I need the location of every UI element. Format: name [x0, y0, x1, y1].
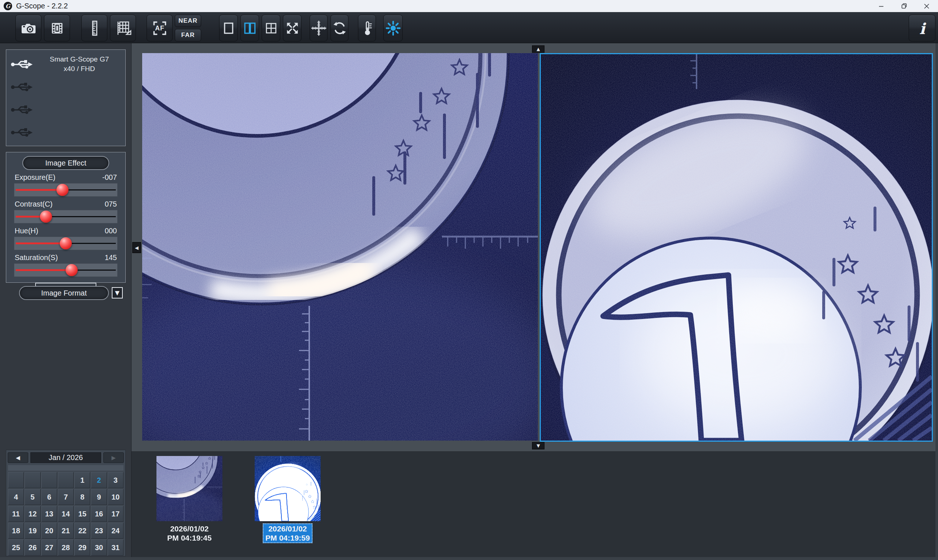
crosshair-button[interactable] — [310, 15, 328, 42]
image-format-dropdown-button[interactable]: ▼ — [112, 287, 123, 298]
calendar-day[interactable]: 22 — [74, 523, 90, 539]
calendar-day[interactable]: 14 — [58, 506, 74, 522]
calendar-day[interactable]: 23 — [91, 523, 106, 539]
device-item-empty[interactable] — [8, 98, 123, 121]
calendar-day[interactable]: 26 — [25, 540, 40, 555]
slider-group-hue: Hue(H) 000 — [14, 227, 118, 250]
calendar-day[interactable] — [8, 472, 24, 488]
calendar-day[interactable]: 31 — [108, 540, 123, 555]
image-effect-header[interactable]: Image Effect — [22, 156, 109, 170]
calendar-day[interactable]: 10 — [108, 489, 123, 505]
calendar-day[interactable]: 15 — [74, 506, 90, 522]
focus-far-button[interactable]: FAR — [175, 29, 201, 42]
calendar-day[interactable] — [42, 472, 57, 488]
live-view-pane-1[interactable] — [142, 53, 538, 441]
focus-near-button[interactable]: NEAR — [175, 15, 201, 27]
calendar-day[interactable]: 21 — [58, 523, 74, 539]
calendar-day[interactable]: 16 — [91, 506, 106, 522]
device-item-active[interactable]: Smart G-Scope G7 x40 / FHD — [8, 53, 123, 75]
slider-thumb[interactable] — [56, 184, 69, 196]
calendar-day[interactable]: 27 — [42, 540, 57, 555]
device-item-empty[interactable] — [8, 75, 123, 98]
main-toolbar: AF NEAR FAR — [0, 12, 938, 43]
hue-slider[interactable] — [14, 237, 118, 250]
autofocus-button[interactable]: AF — [146, 15, 173, 42]
calendar-day[interactable]: 20 — [42, 523, 57, 539]
calendar-day[interactable]: 3 — [108, 472, 123, 488]
rotate-icon — [331, 20, 348, 37]
collapse-down-button[interactable]: ▼ — [532, 442, 544, 449]
calibration-button[interactable] — [110, 15, 136, 42]
calendar-day[interactable]: 28 — [58, 540, 74, 555]
device-item-empty[interactable] — [8, 121, 123, 143]
dual-view-button[interactable] — [240, 15, 259, 42]
collapse-left-button[interactable]: ◀ — [132, 242, 141, 253]
fullscreen-button[interactable] — [283, 15, 302, 42]
calendar-day[interactable]: 9 — [91, 489, 106, 505]
contrast-slider[interactable] — [14, 210, 118, 223]
saturation-slider[interactable] — [14, 263, 118, 277]
slider-label: Contrast(C) — [15, 200, 52, 208]
image-format-button[interactable]: Image Format — [19, 286, 109, 300]
calendar-day[interactable]: 8 — [74, 489, 90, 505]
gallery-thumbnail[interactable] — [255, 456, 320, 521]
temperature-button[interactable] — [358, 15, 376, 42]
gallery-thumbnail[interactable] — [156, 456, 222, 521]
chevron-down-icon: ▼ — [115, 289, 119, 296]
calendar-day[interactable]: 17 — [108, 506, 123, 522]
usb-icon — [8, 80, 35, 94]
calendar-prev-button[interactable]: ◀ — [8, 452, 28, 463]
brightness-button[interactable] — [383, 15, 403, 42]
calendar-day[interactable]: 18 — [8, 523, 24, 539]
calendar-day[interactable]: 5 — [25, 489, 40, 505]
gallery-strip: 2026/01/02 PM 04:19:45 2026/01/02 PM 04:… — [131, 451, 938, 557]
gallery-item-selected: 2026/01/02 PM 04:19:59 — [247, 456, 328, 543]
gallery-item-label-selected[interactable]: 2026/01/02 PM 04:19:59 — [263, 523, 312, 543]
gallery-item-label[interactable]: 2026/01/02 PM 04:19:45 — [165, 523, 214, 543]
slider-group-exposure: Exposure(E) -007 — [14, 173, 118, 197]
calendar-day[interactable]: 6 — [42, 489, 57, 505]
capture-photo-button[interactable] — [15, 15, 42, 42]
calendar-day[interactable]: 13 — [42, 506, 57, 522]
calendar-next-button[interactable]: ▶ — [103, 452, 124, 463]
slider-label: Saturation(S) — [15, 254, 58, 262]
exposure-slider[interactable] — [14, 183, 118, 197]
quad-view-button[interactable] — [262, 15, 280, 42]
minimize-button[interactable] — [870, 0, 893, 12]
slider-thumb[interactable] — [66, 264, 78, 276]
info-icon: i — [913, 18, 932, 38]
slider-thumb[interactable] — [60, 237, 72, 249]
quad-view-icon — [263, 20, 279, 36]
calendar-day[interactable]: 1 — [74, 472, 90, 488]
info-button[interactable]: i — [909, 15, 935, 42]
measure-button[interactable] — [81, 15, 107, 42]
collapse-up-button[interactable]: ▲ — [532, 45, 544, 53]
calendar-day[interactable]: 4 — [8, 489, 24, 505]
rotate-button[interactable] — [331, 15, 348, 42]
crosshair-scale-icon — [310, 20, 327, 37]
restore-icon — [901, 3, 907, 9]
close-button[interactable] — [915, 0, 938, 12]
live-view-pane-2-selected[interactable] — [540, 53, 933, 442]
autofocus-icon: AF — [151, 19, 169, 37]
calendar-day[interactable]: 24 — [108, 523, 123, 539]
arrow-up-icon: ▲ — [536, 46, 540, 52]
slider-thumb[interactable] — [40, 211, 52, 223]
calendar-day[interactable]: 25 — [8, 540, 24, 555]
film-icon — [49, 20, 66, 37]
calendar-day[interactable]: 12 — [25, 506, 40, 522]
restore-button[interactable] — [893, 0, 915, 12]
calendar-day[interactable] — [58, 472, 74, 488]
calendar-day[interactable] — [25, 472, 40, 488]
calendar-day-selected[interactable]: 2 — [91, 472, 106, 488]
ruler-icon — [86, 19, 103, 37]
slider-value: 145 — [105, 254, 117, 262]
calendar-day[interactable]: 29 — [74, 540, 90, 555]
calendar-day[interactable]: 30 — [91, 540, 106, 555]
slider-group-saturation: Saturation(S) 145 — [14, 254, 118, 277]
record-video-button[interactable] — [44, 15, 70, 42]
single-view-button[interactable] — [219, 15, 238, 42]
calendar-day[interactable]: 7 — [58, 489, 74, 505]
calendar-day[interactable]: 11 — [8, 506, 24, 522]
calendar-day[interactable]: 19 — [25, 523, 40, 539]
